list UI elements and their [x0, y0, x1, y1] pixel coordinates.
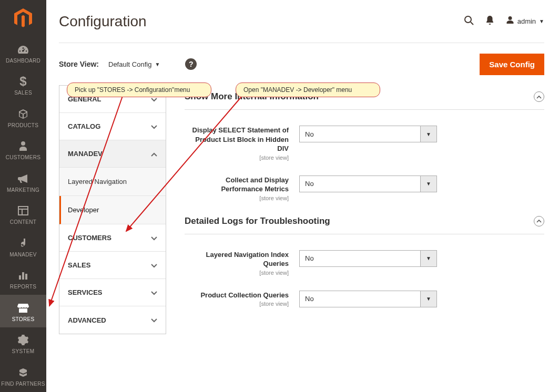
user-label: admin — [517, 17, 536, 25]
nav-dashboard[interactable]: DASHBOARD — [0, 36, 46, 69]
bars-icon — [17, 268, 29, 283]
nav-customers[interactable]: CUSTOMERS — [0, 133, 46, 166]
help-icon[interactable]: ? — [185, 58, 197, 70]
nav-label: SYSTEM — [12, 348, 35, 354]
nav-manadev[interactable]: MANADEV — [0, 230, 46, 263]
collapse-icon — [534, 91, 544, 102]
dollar-icon: $ — [19, 74, 27, 89]
magento-logo[interactable] — [0, 0, 46, 36]
notifications-icon[interactable] — [485, 15, 494, 28]
chevron-down-icon — [151, 122, 157, 131]
tab-label: CATALOG — [68, 122, 100, 130]
nav-stores[interactable]: STORES — [0, 295, 46, 327]
chevron-down-icon[interactable]: ▼ — [420, 291, 437, 307]
nav-label: CONTENT — [10, 219, 36, 225]
megaphone-icon — [17, 171, 29, 186]
chevron-down-icon — [151, 316, 157, 324]
config-sub-developer[interactable]: Developer — [59, 196, 166, 224]
field-label: Display SELECT Statement of Product List… — [192, 126, 289, 152]
storeview-label: Store View: — [59, 60, 99, 68]
storeview-select[interactable]: Default Config ▼ — [108, 60, 160, 68]
field-scope: [store view] — [185, 195, 289, 201]
config-tab-sales[interactable]: SALES — [59, 252, 166, 279]
nav-label: PRODUCTS — [8, 122, 39, 128]
config-sub-manadev: Layered Navigation Developer — [59, 168, 166, 224]
config-tab-services[interactable]: SERVICES — [59, 279, 166, 306]
nav-products[interactable]: PRODUCTS — [0, 101, 46, 133]
user-icon — [506, 16, 514, 27]
layout-icon — [17, 203, 29, 218]
person-icon — [18, 139, 28, 153]
field-collect-performance-metrics: Collect and Display Performance Metrics … — [185, 176, 544, 201]
topbar: Configuration admin ▼ — [59, 0, 544, 43]
nav-label: MANADEV — [9, 252, 37, 257]
chevron-down-icon[interactable]: ▼ — [420, 126, 437, 142]
field-select[interactable]: No ▼ — [299, 250, 437, 267]
nav-label: SALES — [14, 90, 32, 96]
nav-marketing[interactable]: MARKETING — [0, 166, 46, 198]
config-sub-layered-navigation[interactable]: Layered Navigation — [59, 168, 166, 196]
config-tab-advanced[interactable]: ADVANCED — [59, 306, 166, 334]
dashboard-icon — [17, 42, 29, 57]
section-title: Detailed Logs for Troubleshooting — [185, 216, 330, 226]
chevron-down-icon: ▼ — [155, 61, 160, 67]
field-label: Product Collection Queries — [200, 291, 289, 299]
nav-content[interactable]: CONTENT — [0, 198, 46, 231]
chevron-down-icon[interactable]: ▼ — [420, 250, 437, 267]
section-detailed-logs[interactable]: Detailed Logs for Troubleshooting — [185, 216, 544, 234]
field-label: Collect and Display Performance Metrics — [221, 176, 289, 193]
partners-icon — [17, 365, 29, 380]
nav-label: STORES — [12, 316, 35, 322]
field-label: Layered Navigation Index Queries — [206, 251, 289, 268]
config-tab-catalog[interactable]: CATALOG — [59, 113, 166, 140]
nav-label: REPORTS — [10, 284, 36, 290]
sub-label: Layered Navigation — [68, 178, 127, 185]
config-body: Show More Internal Information Display S… — [185, 85, 544, 334]
chevron-down-icon[interactable]: ▼ — [420, 176, 437, 192]
nav-system[interactable]: SYSTEM — [0, 327, 46, 360]
field-scope: [store view] — [185, 270, 289, 276]
field-display-select-statement: Display SELECT Statement of Product List… — [185, 126, 544, 161]
chevron-down-icon — [151, 234, 157, 242]
select-value: No — [299, 250, 420, 267]
sub-label: Developer — [68, 206, 99, 214]
tab-label: SALES — [68, 261, 90, 269]
chevron-down-icon — [151, 288, 157, 297]
nav-reports[interactable]: REPORTS — [0, 263, 46, 295]
nav-label: FIND PARTNERS — [1, 381, 45, 387]
select-value: No — [299, 291, 420, 307]
gear-icon — [17, 333, 29, 347]
admin-sidebar: DASHBOARD $ SALES PRODUCTS CUSTOMERS MAR… — [0, 0, 46, 392]
chevron-down-icon — [151, 261, 157, 270]
store-icon — [17, 301, 29, 315]
chevron-down-icon: ▼ — [539, 18, 544, 24]
note-icon — [18, 236, 28, 251]
storeview-value: Default Config — [108, 60, 151, 68]
annotation-callout-stores: Pick up "STORES -> Configuration"menu — [67, 82, 211, 97]
svg-line-1 — [471, 22, 473, 25]
page-title: Configuration — [59, 13, 147, 30]
tab-label: CUSTOMERS — [68, 234, 111, 242]
nav-label: DASHBOARD — [6, 58, 40, 64]
config-tab-manadev[interactable]: MANADEV — [59, 140, 166, 168]
field-layered-navigation-index-queries: Layered Navigation Index Queries [store … — [185, 250, 544, 276]
user-menu[interactable]: admin ▼ — [506, 16, 544, 27]
field-product-collection-queries: Product Collection Queries [store view] … — [185, 291, 544, 307]
config-tab-customers[interactable]: CUSTOMERS — [59, 224, 166, 252]
nav-find-partners[interactable]: FIND PARTNERS — [0, 359, 46, 392]
nav-label: CUSTOMERS — [6, 154, 40, 160]
nav-label: MARKETING — [7, 187, 39, 193]
field-select[interactable]: No ▼ — [299, 176, 437, 192]
field-select[interactable]: No ▼ — [299, 291, 437, 307]
chevron-up-icon — [151, 150, 157, 158]
field-scope: [store view] — [185, 154, 289, 161]
select-value: No — [299, 176, 420, 192]
tab-label: SERVICES — [68, 288, 103, 296]
field-scope: [store view] — [185, 301, 289, 307]
field-select[interactable]: No ▼ — [299, 126, 437, 142]
save-config-button[interactable]: Save Config — [480, 54, 544, 75]
search-icon[interactable] — [464, 15, 474, 28]
config-nav: GENERAL CATALOG MANADEV Layered Navigati… — [59, 85, 166, 334]
storeview-bar: Store View: Default Config ▼ ? Save Conf… — [59, 43, 544, 85]
nav-sales[interactable]: $ SALES — [0, 69, 46, 101]
